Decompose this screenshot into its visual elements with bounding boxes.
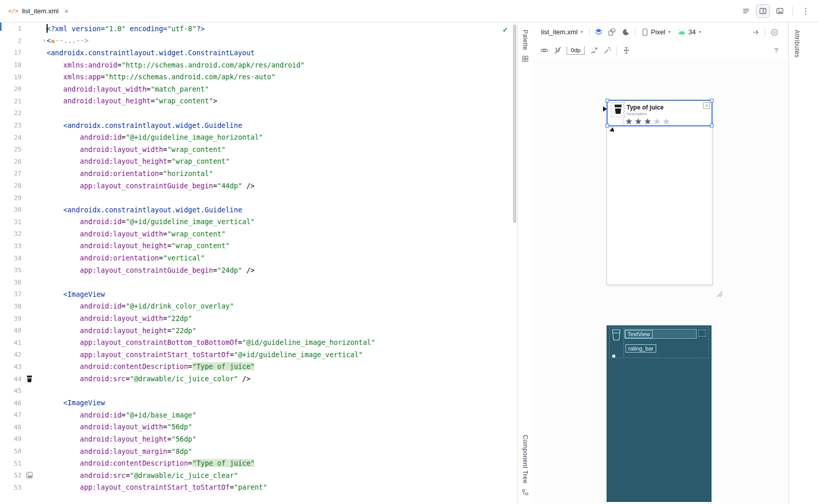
design-toolbar-primary: list_item.xml ▾ Pixel ▾ <box>532 23 788 41</box>
line-number: 26 <box>0 158 21 165</box>
code-line[interactable]: 25 android:layout_width="wrap_content" <box>0 143 518 156</box>
code-line[interactable]: 18 xmlns:android="http://schemas.android… <box>0 59 518 71</box>
code-editor[interactable]: 1<?xml version="1.0" encoding="utf-8"?>2… <box>0 23 518 504</box>
code-line[interactable]: 51 android:contentDescription="Type of j… <box>0 457 518 469</box>
palette-tab[interactable]: Palette <box>522 30 529 50</box>
code-line[interactable]: 26 android:layout_height="wrap_content" <box>0 156 518 168</box>
code-line[interactable]: 21 android:layout_height="wrap_content"> <box>0 95 518 107</box>
line-number: 32 <box>0 230 21 237</box>
code-line[interactable]: 36 <box>0 276 518 288</box>
code-line[interactable]: 37 <ImageView <box>0 288 518 300</box>
code-line[interactable]: 42 app:layout_constraintStart_toStartOf=… <box>0 348 518 361</box>
selection-handle[interactable] <box>606 99 609 102</box>
palette-icon[interactable] <box>522 55 529 62</box>
code-line[interactable]: 49 android:layout_height="56dp" <box>0 433 518 445</box>
code-view-button[interactable] <box>739 4 753 18</box>
code-line[interactable]: 20 android:layout_width="match_parent" <box>0 83 518 95</box>
code-line[interactable]: 53 app:layout_constraintStart_toStartOf=… <box>0 481 518 494</box>
code-line[interactable]: 2›<●--...--> <box>0 35 518 47</box>
pan-tool-button[interactable] <box>619 45 633 57</box>
editor-view-modes: ⋮ <box>739 4 819 18</box>
infer-constraints-button[interactable] <box>600 45 614 57</box>
line-number: 28 <box>0 182 21 189</box>
code-line[interactable]: 22 <box>0 107 518 119</box>
code-line[interactable]: 40 android:layout_height="22dp" <box>0 324 518 337</box>
code-line[interactable]: 17<androidx.constraintlayout.widget.Cons… <box>0 47 518 59</box>
inspections-ok-icon[interactable]: ✓ <box>502 26 508 34</box>
design-surface[interactable]: Type of juice Description ★★★★★ ✕ <box>532 59 788 504</box>
line-number: 29 <box>0 194 21 202</box>
preview-resize-handle[interactable] <box>714 290 723 298</box>
code-line[interactable]: 44 android:src="@drawable/ic_juice_color… <box>0 372 518 385</box>
api-level-selector[interactable]: 34 ▾ <box>674 27 704 37</box>
forward-arrow-button[interactable] <box>749 26 762 38</box>
blueprint-preview[interactable]: TextView rating_bar <box>607 325 712 502</box>
code-line[interactable]: 23 <androidx.constraintlayout.widget.Gui… <box>0 119 518 132</box>
help-button[interactable]: ? <box>774 47 781 54</box>
code-line[interactable]: 43 android:contentDescription="Type of j… <box>0 361 518 373</box>
code-lines: 1<?xml version="1.0" encoding="utf-8"?>2… <box>0 23 518 493</box>
code-line[interactable]: 35 app:layout_constraintGuide_begin="24d… <box>0 264 518 276</box>
surface-mode-button[interactable] <box>592 26 606 38</box>
blueprint-imageview-icon[interactable] <box>611 329 621 341</box>
selection-action-icon[interactable]: ✕ <box>703 102 710 109</box>
autoconnect-button[interactable] <box>551 45 564 57</box>
code-line[interactable]: 39 android:layout_width="22dp" <box>0 312 518 324</box>
code-line[interactable]: 46 <ImageView <box>0 397 518 409</box>
more-options-icon[interactable]: ⋮ <box>799 6 813 16</box>
line-number: 20 <box>0 85 21 93</box>
design-view-button[interactable] <box>773 4 787 18</box>
design-file-selector[interactable]: list_item.xml ▾ <box>537 27 587 37</box>
code-line[interactable]: 45 <box>0 385 518 397</box>
code-line[interactable]: 32 android:layout_width="wrap_content" <box>0 228 518 240</box>
chevron-down-icon: ▾ <box>699 30 701 34</box>
blueprint-textview-label[interactable]: TextView <box>625 330 653 338</box>
component-tree-icon[interactable] <box>522 489 529 496</box>
code-line[interactable]: 1<?xml version="1.0" encoding="utf-8"?> <box>0 23 518 35</box>
line-number: 37 <box>0 290 21 298</box>
code-line[interactable]: 24 android:id="@+id/guideline_image_hori… <box>0 131 518 143</box>
selection-handle[interactable] <box>710 124 714 127</box>
clear-constraints-icon <box>590 46 598 55</box>
device-preview[interactable]: Type of juice Description ★★★★★ ✕ <box>607 100 713 285</box>
device-selector[interactable]: Pixel ▾ <box>638 27 674 38</box>
view-options-button[interactable] <box>537 45 551 57</box>
code-line[interactable]: 27 android:orientation="horizontal" <box>0 167 518 180</box>
selection-handle[interactable] <box>710 99 714 102</box>
code-line[interactable]: 52 android:src="@drawable/ic_juice_clear… <box>0 469 518 481</box>
code-line[interactable]: 28 app:layout_constraintGuide_begin="44d… <box>0 180 518 192</box>
tab-label: list_item.xml <box>22 7 59 15</box>
tab-close-icon[interactable]: × <box>64 8 68 15</box>
issues-button[interactable] <box>768 26 781 38</box>
code-line[interactable]: 50 android:layout_margin="8dp" <box>0 445 518 457</box>
default-margin-selector[interactable]: 0dp <box>567 47 585 55</box>
component-tree-tab[interactable]: Component Tree <box>522 435 529 484</box>
blueprint-textview[interactable]: TextView <box>624 329 697 339</box>
drawable-preview-image-icon[interactable] <box>26 472 33 478</box>
code-line[interactable]: 48 android:layout_width="56dp" <box>0 421 518 433</box>
component-selection[interactable]: ✕ <box>607 100 713 126</box>
orientation-button[interactable] <box>606 26 619 38</box>
drawable-preview-juice-icon[interactable] <box>26 375 33 383</box>
split-view-button[interactable] <box>756 4 770 18</box>
clear-constraints-button[interactable] <box>587 45 600 57</box>
code-line[interactable]: 34 android:orientation="vertical" <box>0 252 518 264</box>
editor-scrollbar[interactable] <box>513 25 516 223</box>
code-line[interactable]: 31 android:id="@+id/guideline_image_vert… <box>0 216 518 228</box>
attributes-tab[interactable]: Attributes <box>793 30 801 58</box>
code-line[interactable]: 41 app:layout_constraintBottom_toBottomO… <box>0 336 518 348</box>
code-line[interactable]: 33 android:layout_height="wrap_content" <box>0 240 518 252</box>
code-line[interactable]: 47 android:id="@+id/base_image" <box>0 409 518 421</box>
selection-handle[interactable] <box>606 124 609 127</box>
code-line[interactable]: 38 android:id="@+id/drink_color_overlay" <box>0 300 518 313</box>
fold-chevron-icon[interactable]: › <box>43 37 45 44</box>
code-line[interactable]: 19 xmlns:app="http://schemas.android.com… <box>0 71 518 83</box>
code-line[interactable]: 29 <box>0 191 518 204</box>
code-view-icon <box>742 7 750 15</box>
code-line[interactable]: 30 <androidx.constraintlayout.widget.Gui… <box>0 204 518 216</box>
tab-list-item-xml[interactable]: </> list_item.xml × <box>0 0 75 22</box>
line-number: 33 <box>0 242 21 250</box>
blueprint-ratingbar-label[interactable]: rating_bar <box>626 344 656 353</box>
line-number: 36 <box>0 278 21 286</box>
night-mode-button[interactable] <box>619 26 632 38</box>
